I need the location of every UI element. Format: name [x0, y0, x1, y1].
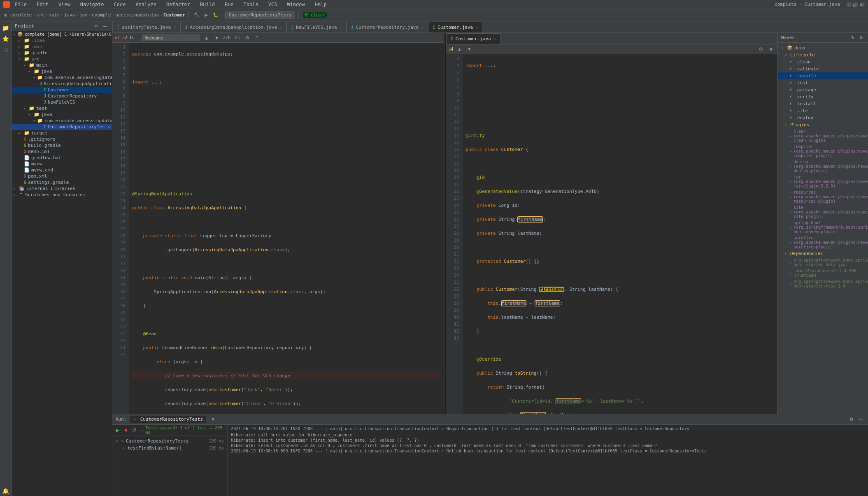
bottom-tab-run[interactable]: ✓ CustomerRepositoryTests [130, 416, 207, 423]
build-button[interactable]: 🔨 [192, 12, 201, 19]
tree-item-complete[interactable]: ▾ 📦 complete [demo] C:\Users\Shurelia\Co… [12, 31, 112, 37]
maven-plugin-springboot[interactable]: ▸ spring-boot (org.springframework.boot:… [778, 220, 868, 235]
maximize-button[interactable]: □ [853, 2, 858, 7]
run-config[interactable]: CustomerRepositoryTests [225, 12, 295, 19]
maven-verify[interactable]: ⚡ verify [778, 93, 868, 100]
maven-test[interactable]: ⚡ test [778, 79, 868, 86]
sidebar-icon-structure[interactable]: 🗂 [1, 44, 11, 54]
code-content-right[interactable]: import ...; @Entity public class Custome… [463, 54, 778, 414]
editor-right-code[interactable]: 34567 89101112 1314151617 1819202122 232… [446, 54, 778, 414]
tree-item-pomxml[interactable]: X pom.xml [12, 173, 112, 179]
maven-compile[interactable]: ⚡ compile [778, 72, 868, 79]
run-play-button[interactable]: ▶ [114, 426, 121, 434]
tree-item-gitignore[interactable]: G .gitignore [12, 136, 112, 142]
maven-plugin-deploy[interactable]: ▸ deploy (org.apache.maven.plugins:maven… [778, 159, 868, 174]
right-toolbar-next[interactable]: ▼ [465, 46, 473, 52]
tab-customer-right[interactable]: C Customer.java ✕ [446, 33, 500, 44]
tree-item-test[interactable]: ▾ 📁 test [12, 105, 112, 111]
maven-settings-button[interactable]: ⚙ [858, 35, 865, 41]
tab-close-customer-right[interactable]: ✕ [493, 37, 496, 41]
menu-help[interactable]: Help [313, 1, 328, 8]
tree-item-java[interactable]: ▾ 📁 java [12, 68, 112, 74]
tree-item-accessingdatajpa[interactable]: J AccessingDataJpaApplication [12, 81, 112, 87]
tab-accessingdatajpa[interactable]: J AccessingDataJpaApplication.java ✕ [180, 22, 286, 32]
run-stop-button[interactable]: ■ [123, 426, 129, 434]
run-close-button[interactable]: ✕ [209, 416, 216, 423]
toolbar-project-button[interactable]: ≡ [2, 12, 8, 19]
tree-item-gradlewbat[interactable]: 📄 gradlew.bat [12, 155, 112, 161]
breadcrumb-main[interactable]: main [49, 12, 60, 18]
run-button[interactable]: ▶ [203, 12, 209, 19]
maven-dep-h2[interactable]: ▸ com.h2database:h2:1.4.200 (runtime) [778, 268, 868, 278]
tree-item-customerrepository[interactable]: J CustomerRepository [12, 93, 112, 99]
right-toolbar-filter[interactable]: ▼ [767, 46, 775, 53]
maven-install[interactable]: ⚡ install [778, 100, 868, 107]
tree-item-com-example[interactable]: ▾ 📁 com.example.accessingdatajpa [12, 74, 112, 81]
maven-plugin-jar[interactable]: ▸ jar (org.apache.maven.plugins:maven-ja… [778, 174, 868, 189]
test-suite-item[interactable]: ✓ ▾ CustomerRepositoryTests 209 ms [112, 438, 227, 445]
tree-item-external-libs[interactable]: ▸ 📚 External Libraries [12, 185, 112, 192]
maven-validate[interactable]: ⚡ validate [778, 65, 868, 72]
tree-item-com-example-test[interactable]: ▾ 📁 com.example.accessingdatajpa [12, 118, 112, 124]
tab-customerrepository[interactable]: J CustomerRepository.java ✕ [347, 22, 428, 32]
right-toolbar-prev[interactable]: ▲ [456, 46, 463, 52]
debug-button[interactable]: 🐛 [211, 12, 220, 19]
maven-plugin-compiler[interactable]: ▸ compiler (org.apache.maven.plugins:mav… [778, 144, 868, 159]
tree-item-gradle[interactable]: ▸ 📁 gradle [12, 50, 112, 56]
maven-plugin-clean[interactable]: ▸ clean (org.apache.maven.plugins:maven-… [778, 128, 868, 144]
menu-code[interactable]: Code [112, 1, 128, 8]
maven-deps-header[interactable]: ▾ Dependencies [778, 250, 868, 257]
tree-item-target[interactable]: ▸ 📁 target [12, 130, 112, 136]
tab-repositorytests[interactable]: T sositoryTests.java ✕ [112, 22, 180, 32]
maven-package[interactable]: ⚡ package [778, 86, 868, 93]
code-content-left[interactable]: package com.example.accessingdatajpa; im… [129, 43, 444, 414]
tree-item-scratches[interactable]: ▸ 🗒 Scratches and Consoles [12, 192, 112, 198]
breadcrumb-example[interactable]: example [92, 12, 111, 18]
search-regex-button[interactable]: .* [254, 35, 260, 41]
bottom-panel-minimize[interactable]: — [857, 416, 865, 422]
maven-plugins-header[interactable]: ▾ Plugins [778, 121, 868, 128]
tree-item-customer[interactable]: C Customer [12, 87, 112, 93]
tree-item-main[interactable]: ▾ 📁 main [12, 62, 112, 68]
sidebar-icon-favorites[interactable]: ⭐ [1, 34, 11, 44]
sidebar-icon-notifications[interactable]: 🔔 [1, 486, 11, 496]
breadcrumb-accessingdatajpa[interactable]: accessingdatajpa [115, 12, 159, 18]
close-button[interactable]: ✕ [860, 2, 865, 7]
menu-navigate[interactable]: Navigate [79, 1, 106, 8]
menu-edit[interactable]: Edit [35, 1, 50, 8]
search-input[interactable] [142, 35, 200, 41]
tree-item-customerrepositorytests[interactable]: T CustomerRepositoryTests [12, 124, 112, 130]
tab-customer-java[interactable]: C Customer.java ✕ [428, 22, 482, 32]
menu-file[interactable]: File [13, 1, 28, 8]
maven-lifecycle-header[interactable]: ▾ Lifecycle [778, 51, 868, 58]
tab-close-customerrepository[interactable]: ✕ [421, 25, 424, 30]
tree-item-demoiml[interactable]: X demo.iml [12, 148, 112, 155]
maven-plugin-resources[interactable]: ▸ resources (org.apache.maven.plugins:ma… [778, 189, 868, 204]
tree-item-buildgradle[interactable]: G build.gradle [12, 142, 112, 148]
sidebar-icon-project[interactable]: 📁 [1, 23, 11, 33]
tree-item-mvn[interactable]: ▸ 📁 .mvn [12, 44, 112, 50]
menu-window[interactable]: Window [285, 1, 306, 8]
tree-item-mvnwcmd[interactable]: 📄 mvnw.cmd [12, 167, 112, 173]
tree-item-newfilevcs[interactable]: J NewFileVCS [12, 99, 112, 105]
menu-tools[interactable]: Tools [242, 1, 260, 8]
tab-close-accessingdatajpa[interactable]: ✕ [279, 25, 282, 30]
project-collapse-button[interactable]: — [101, 23, 109, 29]
search-case-button[interactable]: Cc [233, 35, 241, 41]
breadcrumb-com[interactable]: com [79, 12, 88, 18]
menu-refactor[interactable]: Refactor [165, 1, 192, 8]
menu-analyze[interactable]: Analyze [134, 1, 158, 8]
run-rerun-button[interactable]: ↺ [130, 426, 138, 434]
menu-view[interactable]: View [57, 1, 72, 8]
bottom-panel-settings[interactable]: ⚙ [848, 416, 855, 423]
maven-dep-springboot-test[interactable]: ▸ org.springframework.boot:spring-boot-s… [778, 278, 868, 289]
minimize-button[interactable]: — [847, 2, 852, 7]
tree-item-src[interactable]: ▾ 📁 src [12, 56, 112, 62]
breadcrumb-customer[interactable]: Customer [163, 12, 185, 18]
maven-clean[interactable]: ⚡ clean [778, 58, 868, 65]
search-prev-button[interactable]: ▲ [202, 35, 210, 41]
tree-item-mvnw[interactable]: 📄 mvnw [12, 161, 112, 167]
tree-item-settingsgradle[interactable]: G settings.gradle [12, 179, 112, 185]
tab-close-newfilevcs[interactable]: ✕ [340, 25, 342, 30]
breadcrumb-java[interactable]: java [64, 12, 75, 18]
